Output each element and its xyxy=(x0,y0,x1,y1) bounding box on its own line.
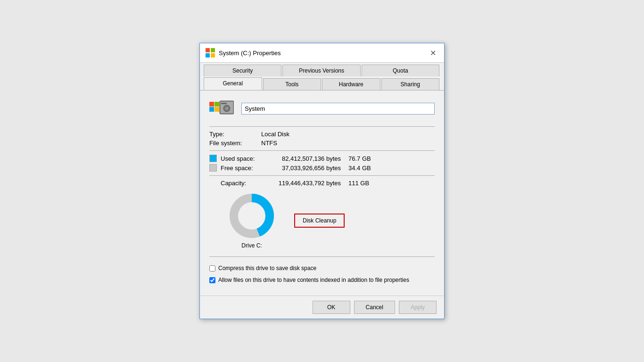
free-gb: 34.4 GB xyxy=(341,165,371,172)
properties-dialog: System (C:) Properties ✕ Security Previo… xyxy=(199,43,445,319)
compress-checkbox-row: Compress this drive to save disk space xyxy=(209,264,435,272)
compress-checkbox[interactable] xyxy=(209,265,215,272)
disk-cleanup-button[interactable]: Disk Cleanup xyxy=(294,214,345,228)
drive-header xyxy=(209,98,435,119)
tab-previous-versions[interactable]: Previous Versions xyxy=(282,65,360,76)
tab-hardware[interactable]: Hardware xyxy=(322,78,380,90)
filesystem-label: File system: xyxy=(209,140,261,147)
apply-button[interactable]: Apply xyxy=(399,301,437,314)
donut-container: Drive C: xyxy=(228,192,275,249)
svg-rect-0 xyxy=(209,102,214,107)
title-bar: System (C:) Properties ✕ xyxy=(200,43,444,63)
separator-3 xyxy=(209,175,435,176)
svg-point-7 xyxy=(225,107,228,110)
checkboxes-section: Compress this drive to save disk space A… xyxy=(209,264,435,284)
tab-general[interactable]: General xyxy=(204,77,262,90)
svg-rect-2 xyxy=(209,107,214,112)
index-checkbox-row: Allow files on this drive to have conten… xyxy=(209,276,435,284)
drive-icon xyxy=(209,98,234,119)
svg-rect-1 xyxy=(215,102,219,107)
drive-label: Drive C: xyxy=(241,242,262,249)
free-space-row: Free space: 37,033,926,656 bytes 34.4 GB xyxy=(209,164,435,172)
title-bar-left: System (C:) Properties xyxy=(206,48,281,58)
tabs-row2: General Tools Hardware Sharing xyxy=(200,76,444,90)
free-label: Free space: xyxy=(221,165,265,172)
tabs-row1: Security Previous Versions Quota xyxy=(200,63,444,76)
separator-2 xyxy=(209,150,435,151)
svg-rect-3 xyxy=(215,107,219,112)
content-area: Type: Local Disk File system: NTFS Used … xyxy=(200,90,444,296)
drive-name-input[interactable] xyxy=(241,103,435,115)
capacity-bytes: 119,446,433,792 bytes xyxy=(265,180,341,187)
used-bytes: 82,412,507,136 bytes xyxy=(265,155,341,162)
ok-button[interactable]: OK xyxy=(313,301,350,314)
type-label: Type: xyxy=(209,131,261,138)
type-row: Type: Local Disk xyxy=(209,131,435,138)
tab-sharing[interactable]: Sharing xyxy=(381,78,440,90)
index-label: Allow files on this drive to have conten… xyxy=(218,276,409,284)
filesystem-row: File system: NTFS xyxy=(209,140,435,147)
tab-tools[interactable]: Tools xyxy=(263,78,322,90)
donut-chart xyxy=(228,192,275,239)
compress-label: Compress this drive to save disk space xyxy=(218,264,316,272)
cancel-button[interactable]: Cancel xyxy=(354,301,395,314)
free-color-swatch xyxy=(209,164,217,172)
chart-section: Drive C: Disk Cleanup xyxy=(209,187,435,253)
capacity-label: Capacity: xyxy=(221,180,265,187)
capacity-gb: 111 GB xyxy=(341,180,369,187)
info-grid: Type: Local Disk File system: NTFS xyxy=(209,131,435,147)
capacity-row: Capacity: 119,446,433,792 bytes 111 GB xyxy=(209,180,435,187)
type-value: Local Disk xyxy=(261,131,289,138)
index-checkbox[interactable] xyxy=(209,277,215,283)
separator-1 xyxy=(209,126,435,127)
space-grid: Used space: 82,412,507,136 bytes 76.7 GB… xyxy=(209,155,435,172)
close-icon: ✕ xyxy=(430,49,436,58)
filesystem-value: NTFS xyxy=(261,140,277,147)
hdd-svg xyxy=(209,98,234,119)
used-color-swatch xyxy=(209,155,217,162)
tab-security[interactable]: Security xyxy=(204,65,281,76)
dialog-title: System (C:) Properties xyxy=(219,49,281,57)
dialog-footer: OK Cancel Apply xyxy=(200,296,444,319)
free-bytes: 37,033,926,656 bytes xyxy=(265,165,341,172)
used-gb: 76.7 GB xyxy=(341,155,371,162)
close-button[interactable]: ✕ xyxy=(427,47,438,58)
separator-4 xyxy=(209,256,435,257)
windows-icon xyxy=(206,48,215,58)
used-space-row: Used space: 82,412,507,136 bytes 76.7 GB xyxy=(209,155,435,162)
used-label: Used space: xyxy=(221,155,265,162)
tab-quota[interactable]: Quota xyxy=(362,65,439,76)
svg-rect-8 xyxy=(221,103,227,104)
